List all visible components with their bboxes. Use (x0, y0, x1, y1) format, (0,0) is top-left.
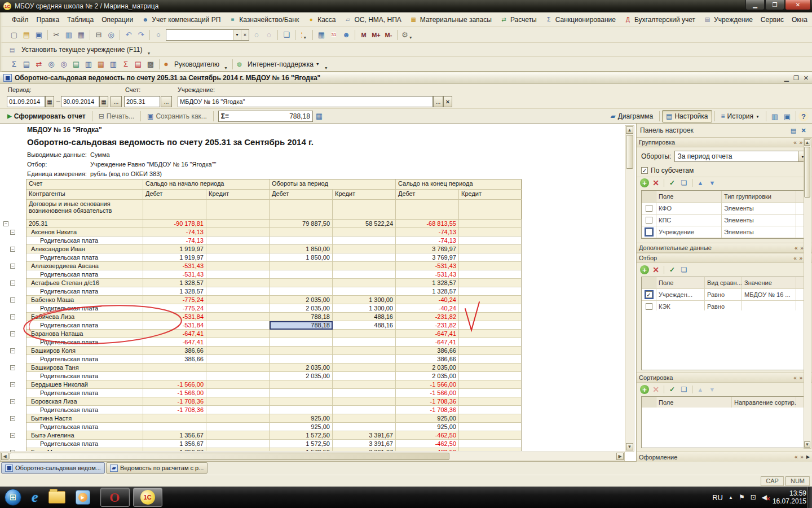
cell[interactable] (206, 237, 270, 245)
cell[interactable]: 1 572,50 (270, 448, 333, 451)
menu-windows[interactable]: Окна (788, 14, 811, 25)
cell[interactable]: 79 887,50 (270, 220, 333, 228)
institution-clear-icon[interactable]: ✕ (443, 96, 452, 107)
osv-report-icon[interactable]: Σ (8, 58, 20, 71)
grid-row[interactable]: КФОЭлементы (642, 203, 804, 214)
chevron-down-icon[interactable]: ▼ (233, 30, 241, 40)
preview-icon[interactable]: ◎ (105, 29, 117, 41)
checkbox-cell[interactable] (642, 203, 656, 214)
cell[interactable] (459, 262, 522, 270)
cell[interactable]: -647,41 (396, 338, 459, 347)
turnovers-combobox[interactable]: За период отчета ▼ (674, 151, 807, 162)
cell[interactable]: 1 850,00 (270, 253, 333, 262)
menu-table[interactable]: Таблица (63, 14, 98, 25)
cell[interactable] (270, 347, 333, 355)
table-row[interactable]: Родительская плата925,00925,00 (27, 423, 521, 431)
section-sorting[interactable]: Сортировка « »▼ (637, 373, 812, 383)
scroll-up-icon[interactable]: ▲ (626, 126, 633, 134)
cell[interactable]: -462,50 (396, 448, 459, 451)
checkbox-cell[interactable]: ✓ (642, 289, 656, 300)
collapse-expander-icon[interactable]: − (10, 416, 15, 421)
cell[interactable]: -74,13 (143, 237, 206, 245)
scroll-up-icon[interactable]: ▲ (804, 139, 810, 146)
cell[interactable] (459, 253, 522, 262)
cell[interactable] (206, 321, 270, 330)
cell[interactable] (459, 380, 522, 389)
subconto-card-icon[interactable]: ▤ (70, 58, 82, 71)
grid-row[interactable]: КПСЭлементы (642, 214, 804, 226)
cell[interactable] (459, 440, 522, 448)
dk-book-icon[interactable]: ▤ (132, 58, 144, 71)
table-row[interactable]: Родительская плата-1 708,36-1 708,36 (27, 406, 521, 414)
print-icon[interactable]: ⊟ (92, 29, 105, 41)
chess-sheet-icon[interactable]: ▩ (144, 58, 157, 71)
checkbox-cell[interactable] (642, 214, 656, 226)
cell[interactable] (333, 423, 396, 431)
table-row[interactable]: Александров Иван1 919,971 850,003 769,97 (27, 245, 521, 253)
table-row[interactable]: Астафьев Степан д/с161 328,571 328,57 (27, 279, 521, 287)
cell[interactable] (459, 423, 522, 431)
delete-icon[interactable]: ✕ (651, 385, 661, 395)
panel-mode-icon[interactable]: ▤ (788, 126, 798, 135)
cell[interactable]: -531,43 (143, 270, 206, 279)
menu-institution[interactable]: ▤Учреждение (699, 14, 757, 25)
grid-cell[interactable]: МБДОУ № 16 ... (742, 289, 796, 300)
grid-cell[interactable]: Учреждение (656, 226, 722, 238)
cell[interactable] (459, 287, 522, 296)
cell[interactable] (270, 279, 333, 287)
session-tab[interactable]: ▰Ведомость по расчетам с р... (106, 462, 208, 474)
media-player-icon[interactable]: ▶ (76, 490, 90, 505)
cell[interactable]: 925,00 (270, 423, 333, 431)
grid-cell[interactable]: Элементы (722, 203, 796, 214)
cell[interactable] (143, 372, 206, 380)
cell[interactable]: 2 035,00 (270, 304, 333, 313)
cell[interactable] (206, 279, 270, 287)
expand-icon[interactable]: ▶ (806, 454, 810, 459)
calendar-picker-icon[interactable]: ▦ (99, 96, 108, 107)
collapse-expander-icon[interactable]: − (10, 433, 15, 438)
menu-accounting[interactable]: ДБухгалтерский учет (620, 14, 699, 25)
cell[interactable]: -531,84 (143, 321, 206, 330)
grid-cell[interactable]: Учрежден... (656, 289, 705, 300)
collapse-expander-icon[interactable]: − (10, 281, 15, 286)
period-more-button[interactable]: ... (111, 96, 122, 107)
print-button[interactable]: ⊟Печать... (95, 110, 138, 122)
cell[interactable]: -775,24 (143, 304, 206, 313)
table-row[interactable]: Бабенко Маша-775,242 035,001 300,00-40,2… (27, 296, 521, 304)
table-row[interactable]: Аллахвердиева Авсана-531,43-531,43 (27, 262, 521, 270)
row-checkbox[interactable] (646, 205, 652, 212)
cell[interactable] (206, 364, 270, 372)
table-row[interactable]: Башкиров Коля386,66386,66 (27, 347, 521, 355)
cell[interactable]: 2 035,00 (270, 364, 333, 372)
undo-icon[interactable]: ↶ (122, 29, 135, 41)
save-as-button[interactable]: ▣Сохранить как... (143, 110, 211, 122)
cell[interactable] (206, 431, 270, 440)
cell[interactable] (270, 262, 333, 270)
copy-windows-icon[interactable]: ❏ (280, 29, 293, 41)
cell[interactable]: 1 572,50 (270, 440, 333, 448)
cell[interactable]: 2 035,00 (270, 372, 333, 380)
section-filter[interactable]: Отбор « »▼ (637, 253, 812, 263)
table-row[interactable]: Бытэ Милана1 356,671 572,503 391,67-462,… (27, 448, 521, 451)
period-to-input[interactable]: 30.09.2014 (61, 96, 99, 107)
find-next-icon[interactable]: ◌ (250, 29, 263, 41)
cut-icon[interactable]: ✂ (50, 29, 63, 41)
report-hscrollbar[interactable]: ◀ ▶ (0, 452, 625, 461)
cell[interactable] (333, 406, 396, 414)
cell[interactable] (459, 364, 522, 372)
grid-cell[interactable]: КПС (656, 214, 722, 226)
cell[interactable] (206, 304, 270, 313)
table-row[interactable]: Родительская плата2 035,002 035,00 (27, 372, 521, 380)
1c-taskbar-button[interactable]: 1С (133, 488, 162, 507)
cell[interactable] (270, 287, 333, 296)
save-settings-icon[interactable]: ▣ (781, 110, 793, 122)
cell[interactable]: 925,00 (396, 423, 459, 431)
cell[interactable]: 1 328,57 (143, 279, 206, 287)
cell[interactable] (459, 448, 522, 451)
history-button[interactable]: ≡История▼ (717, 110, 764, 122)
cell[interactable] (270, 406, 333, 414)
grid-cell[interactable]: КФО (656, 203, 722, 214)
institution-input[interactable]: МБДОУ № 16 "Ягодка" (178, 96, 433, 107)
uncheck-all-icon[interactable]: ❏ (679, 178, 689, 188)
close-button[interactable]: ✕ (785, 0, 811, 10)
